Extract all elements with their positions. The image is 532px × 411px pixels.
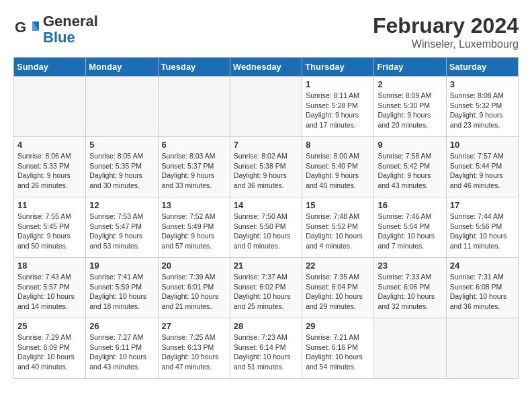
day-number: 23 — [378, 261, 442, 271]
calendar-cell: 2Sunrise: 8:09 AMSunset: 5:30 PMDaylight… — [374, 77, 446, 137]
day-info: Sunrise: 7:46 AMSunset: 5:54 PMDaylight:… — [378, 212, 442, 251]
svg-text:G: G — [15, 19, 26, 36]
day-info: Sunrise: 7:27 AMSunset: 6:11 PMDaylight:… — [89, 332, 154, 372]
day-number: 12 — [89, 200, 154, 210]
calendar-week-row: 25Sunrise: 7:29 AMSunset: 6:09 PMDayligh… — [14, 318, 519, 379]
weekday-header: Monday — [86, 58, 158, 77]
day-info: Sunrise: 8:11 AMSunset: 5:28 PMDaylight:… — [306, 91, 370, 130]
calendar-cell: 26Sunrise: 7:27 AMSunset: 6:11 PMDayligh… — [86, 318, 158, 379]
calendar-cell: 27Sunrise: 7:25 AMSunset: 6:13 PMDayligh… — [158, 318, 230, 379]
day-info: Sunrise: 8:09 AMSunset: 5:30 PMDaylight:… — [378, 91, 442, 130]
day-number: 9 — [378, 140, 442, 150]
day-number: 13 — [162, 200, 226, 210]
calendar-cell: 23Sunrise: 7:33 AMSunset: 6:06 PMDayligh… — [374, 258, 446, 318]
calendar-cell: 14Sunrise: 7:50 AMSunset: 5:50 PMDayligh… — [230, 197, 302, 258]
day-info: Sunrise: 8:06 AMSunset: 5:33 PMDaylight:… — [17, 151, 82, 191]
day-info: Sunrise: 7:35 AMSunset: 6:04 PMDaylight:… — [306, 272, 370, 312]
day-info: Sunrise: 7:57 AMSunset: 5:44 PMDaylight:… — [450, 151, 515, 191]
calendar-cell — [86, 77, 158, 137]
day-info: Sunrise: 7:31 AMSunset: 6:08 PMDaylight:… — [450, 272, 515, 312]
day-number: 15 — [306, 200, 370, 210]
calendar-cell: 11Sunrise: 7:55 AMSunset: 5:45 PMDayligh… — [14, 197, 86, 258]
day-info: Sunrise: 7:53 AMSunset: 5:47 PMDaylight:… — [89, 212, 154, 251]
calendar-cell: 18Sunrise: 7:43 AMSunset: 5:57 PMDayligh… — [14, 258, 86, 318]
calendar-week-row: 1Sunrise: 8:11 AMSunset: 5:28 PMDaylight… — [14, 77, 519, 137]
day-number: 25 — [17, 321, 82, 331]
day-info: Sunrise: 7:33 AMSunset: 6:06 PMDaylight:… — [378, 272, 442, 312]
month-title: February 2024 — [373, 13, 519, 38]
weekday-header: Tuesday — [158, 58, 230, 77]
day-number: 2 — [378, 79, 442, 89]
calendar-cell: 5Sunrise: 8:05 AMSunset: 5:35 PMDaylight… — [86, 137, 158, 197]
calendar-cell: 9Sunrise: 7:58 AMSunset: 5:42 PMDaylight… — [374, 137, 446, 197]
calendar-cell — [230, 77, 302, 137]
calendar-cell — [446, 318, 518, 379]
weekday-header-row: SundayMondayTuesdayWednesdayThursdayFrid… — [14, 58, 519, 77]
day-info: Sunrise: 7:58 AMSunset: 5:42 PMDaylight:… — [378, 151, 442, 191]
calendar-cell: 4Sunrise: 8:06 AMSunset: 5:33 PMDaylight… — [14, 137, 86, 197]
day-number: 3 — [450, 79, 515, 89]
weekday-header: Wednesday — [230, 58, 302, 77]
day-info: Sunrise: 8:05 AMSunset: 5:35 PMDaylight:… — [89, 151, 154, 191]
calendar-cell: 17Sunrise: 7:44 AMSunset: 5:56 PMDayligh… — [446, 197, 518, 258]
day-number: 10 — [450, 140, 515, 150]
day-number: 28 — [234, 321, 298, 331]
calendar-table: SundayMondayTuesdayWednesdayThursdayFrid… — [13, 57, 519, 379]
day-number: 19 — [89, 261, 154, 271]
day-info: Sunrise: 8:02 AMSunset: 5:38 PMDaylight:… — [234, 151, 298, 191]
day-info: Sunrise: 7:21 AMSunset: 6:16 PMDaylight:… — [306, 332, 370, 372]
day-number: 4 — [17, 140, 82, 150]
day-number: 22 — [306, 261, 370, 271]
calendar-cell: 10Sunrise: 7:57 AMSunset: 5:44 PMDayligh… — [446, 137, 518, 197]
day-number: 6 — [162, 140, 226, 150]
day-info: Sunrise: 8:08 AMSunset: 5:32 PMDaylight:… — [450, 91, 515, 130]
calendar-cell: 29Sunrise: 7:21 AMSunset: 6:16 PMDayligh… — [302, 318, 374, 379]
weekday-header: Thursday — [302, 58, 374, 77]
day-info: Sunrise: 7:23 AMSunset: 6:14 PMDaylight:… — [234, 332, 298, 372]
logo-icon: G — [13, 16, 40, 43]
day-number: 5 — [89, 140, 154, 150]
day-info: Sunrise: 7:44 AMSunset: 5:56 PMDaylight:… — [450, 212, 515, 251]
day-info: Sunrise: 7:50 AMSunset: 5:50 PMDaylight:… — [234, 212, 298, 251]
calendar-cell: 20Sunrise: 7:39 AMSunset: 6:01 PMDayligh… — [158, 258, 230, 318]
calendar-week-row: 4Sunrise: 8:06 AMSunset: 5:33 PMDaylight… — [14, 137, 519, 197]
calendar-cell: 3Sunrise: 8:08 AMSunset: 5:32 PMDaylight… — [446, 77, 518, 137]
weekday-header: Saturday — [446, 58, 518, 77]
weekday-header: Sunday — [14, 58, 86, 77]
calendar-cell: 22Sunrise: 7:35 AMSunset: 6:04 PMDayligh… — [302, 258, 374, 318]
day-number: 1 — [306, 79, 370, 89]
day-info: Sunrise: 7:55 AMSunset: 5:45 PMDaylight:… — [17, 212, 82, 251]
logo-line1: General — [43, 13, 98, 30]
calendar-cell: 15Sunrise: 7:48 AMSunset: 5:52 PMDayligh… — [302, 197, 374, 258]
day-number: 21 — [234, 261, 298, 271]
calendar-cell — [158, 77, 230, 137]
calendar-cell: 1Sunrise: 8:11 AMSunset: 5:28 PMDaylight… — [302, 77, 374, 137]
logo: G General Blue — [13, 13, 98, 46]
calendar-cell: 28Sunrise: 7:23 AMSunset: 6:14 PMDayligh… — [230, 318, 302, 379]
calendar-cell: 7Sunrise: 8:02 AMSunset: 5:38 PMDaylight… — [230, 137, 302, 197]
calendar-cell: 16Sunrise: 7:46 AMSunset: 5:54 PMDayligh… — [374, 197, 446, 258]
day-number: 18 — [17, 261, 82, 271]
calendar-cell: 8Sunrise: 8:00 AMSunset: 5:40 PMDaylight… — [302, 137, 374, 197]
day-info: Sunrise: 7:37 AMSunset: 6:02 PMDaylight:… — [234, 272, 298, 312]
day-number: 7 — [234, 140, 298, 150]
day-number: 26 — [89, 321, 154, 331]
calendar-cell: 12Sunrise: 7:53 AMSunset: 5:47 PMDayligh… — [86, 197, 158, 258]
day-info: Sunrise: 7:39 AMSunset: 6:01 PMDaylight:… — [162, 272, 226, 312]
day-number: 29 — [306, 321, 370, 331]
day-number: 8 — [306, 140, 370, 150]
day-info: Sunrise: 7:25 AMSunset: 6:13 PMDaylight:… — [162, 332, 226, 372]
title-block: February 2024 Winseler, Luxembourg — [373, 13, 519, 50]
calendar-cell: 13Sunrise: 7:52 AMSunset: 5:49 PMDayligh… — [158, 197, 230, 258]
calendar-cell: 25Sunrise: 7:29 AMSunset: 6:09 PMDayligh… — [14, 318, 86, 379]
day-info: Sunrise: 8:03 AMSunset: 5:37 PMDaylight:… — [162, 151, 226, 191]
calendar-week-row: 11Sunrise: 7:55 AMSunset: 5:45 PMDayligh… — [14, 197, 519, 258]
day-info: Sunrise: 7:52 AMSunset: 5:49 PMDaylight:… — [162, 212, 226, 251]
day-number: 20 — [162, 261, 226, 271]
day-number: 24 — [450, 261, 515, 271]
logo-line2: Blue — [43, 30, 98, 46]
calendar-cell: 21Sunrise: 7:37 AMSunset: 6:02 PMDayligh… — [230, 258, 302, 318]
day-number: 17 — [450, 200, 515, 210]
weekday-header: Friday — [374, 58, 446, 77]
day-info: Sunrise: 8:00 AMSunset: 5:40 PMDaylight:… — [306, 151, 370, 191]
